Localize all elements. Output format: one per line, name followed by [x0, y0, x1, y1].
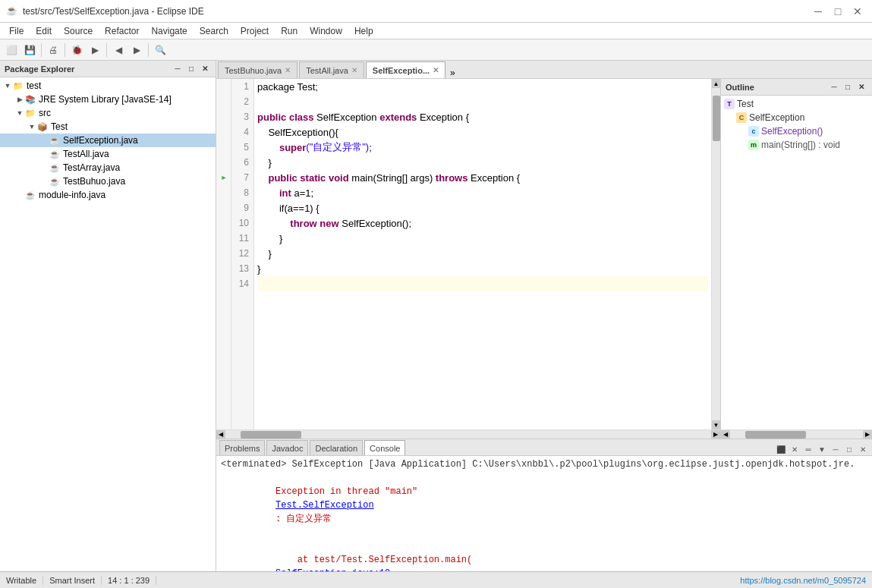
status-right-link[interactable]: https://blog.csdn.net/m0_5095724 — [740, 576, 872, 585]
outline-item[interactable]: mmain(String[]) : void — [721, 138, 872, 152]
console-error-prefix: Exception in thread "main" — [275, 486, 423, 497]
code-token — [257, 218, 290, 229]
editor-hscroll[interactable]: ◀ ▶ — [216, 429, 720, 439]
tab-close-icon[interactable]: ✕ — [285, 66, 291, 74]
bottom-tab-console[interactable]: Console — [364, 440, 405, 455]
tree-item[interactable]: ☕TestBuhuo.java — [0, 175, 216, 188]
tree-item[interactable]: ▼📁test — [0, 79, 216, 93]
tree-item[interactable]: ☕SelfException.java — [0, 134, 216, 147]
hscroll-track[interactable] — [225, 430, 711, 439]
outline-close[interactable]: ✕ — [855, 81, 867, 93]
gutter-icon — [216, 155, 231, 170]
tree-item[interactable]: ☕TestAll.java — [0, 147, 216, 161]
hscroll-left[interactable]: ◀ — [216, 430, 225, 439]
tree-file-icon: 📦 — [36, 121, 49, 133]
editor-tab[interactable]: SelfExceptio...✕ — [366, 61, 445, 78]
vscroll-up[interactable]: ▲ — [712, 79, 721, 88]
save-button[interactable]: 💾 — [21, 42, 38, 58]
menu-help[interactable]: Help — [348, 24, 379, 38]
gutter-icon — [216, 215, 231, 231]
console-content: <terminated> SelfException [Java Applica… — [216, 456, 872, 571]
vscroll-thumb[interactable] — [713, 96, 720, 141]
forward-button[interactable]: ▶ — [128, 42, 145, 58]
new-button[interactable]: ⬜ — [3, 42, 20, 58]
menu-window[interactable]: Window — [304, 24, 348, 38]
code-token: SelfException(){ — [257, 127, 338, 138]
tree-file-icon: 📚 — [24, 93, 36, 105]
code-token — [257, 142, 279, 153]
minimize-button[interactable]: ─ — [810, 3, 826, 20]
code-token: extends — [379, 112, 417, 123]
status-insert-mode: Smart Insert — [43, 576, 102, 585]
outline-item[interactable]: cSelfException() — [721, 124, 872, 138]
code-line — [257, 276, 708, 291]
print-button[interactable]: 🖨 — [45, 42, 61, 58]
menu-refactor[interactable]: Refactor — [99, 24, 145, 38]
menu-search[interactable]: Search — [194, 24, 235, 38]
vscroll-down[interactable]: ▼ — [712, 420, 721, 429]
outline-hscroll-left[interactable]: ◀ — [721, 430, 730, 439]
maximize-button[interactable]: □ — [830, 3, 846, 20]
back-button[interactable]: ◀ — [110, 42, 127, 58]
menu-project[interactable]: Project — [235, 24, 275, 38]
run-button[interactable]: ▶ — [87, 42, 103, 58]
console-ctrl-btn[interactable]: ═ — [802, 443, 814, 455]
outline-item-icon: T — [724, 99, 735, 109]
outline-panel: Outline ─ □ ✕ TTestCSelfExceptioncSelfEx… — [720, 79, 872, 439]
vscroll-track[interactable] — [712, 88, 721, 420]
tree-item[interactable]: ▼📁src — [0, 106, 216, 120]
editor-vscroll[interactable]: ▲ ▼ — [711, 79, 720, 429]
line-number: 7 — [231, 170, 253, 185]
menu-edit[interactable]: Edit — [30, 24, 58, 38]
tree-item[interactable]: ▼📦Test — [0, 120, 216, 134]
menu-navigate[interactable]: Navigate — [145, 24, 193, 38]
outline-item-icon: C — [736, 112, 747, 123]
outline-item[interactable]: TTest — [721, 97, 872, 111]
code-token: public — [257, 172, 297, 184]
console-link-location[interactable]: SelfException.java:10 — [275, 568, 390, 571]
outline-hscroll-thumb[interactable] — [745, 431, 806, 439]
code-content[interactable]: package Test;public class SelfException … — [254, 79, 711, 429]
hscroll-right[interactable]: ▶ — [711, 430, 720, 439]
outline-hscroll[interactable]: ◀ ▶ — [721, 429, 872, 439]
gutter-icon: ► — [216, 170, 231, 185]
close-button[interactable]: ✕ — [849, 3, 866, 20]
console-link-exception[interactable]: Test.SelfException — [275, 500, 374, 511]
console-ctrl-btn[interactable]: ✕ — [789, 443, 801, 455]
outline-item[interactable]: CSelfException — [721, 111, 872, 124]
outline-maximize[interactable]: □ — [842, 81, 854, 93]
search-button[interactable]: 🔍 — [152, 42, 168, 58]
line-number: 1 — [231, 79, 253, 94]
tab-overflow-button[interactable]: » — [447, 68, 458, 78]
bottom-tab-problems[interactable]: Problems — [219, 440, 265, 455]
code-token: public — [257, 112, 286, 123]
tree-item[interactable]: ☕module-info.java — [0, 188, 216, 202]
menu-bar: FileEditSourceRefactorNavigateSearchProj… — [0, 23, 872, 39]
console-ctrl-btn[interactable]: □ — [843, 443, 855, 455]
console-ctrl-btn[interactable]: ⬛ — [775, 443, 787, 455]
code-token: package Test; — [257, 81, 318, 93]
code-token: Exception { — [417, 112, 469, 123]
debug-button[interactable]: 🐞 — [68, 42, 85, 58]
tab-close-icon[interactable]: ✕ — [433, 66, 439, 74]
console-ctrl-btn[interactable]: ▼ — [816, 443, 828, 455]
outline-hscroll-track[interactable] — [730, 430, 863, 439]
editor-tab[interactable]: TestAll.java✕ — [299, 61, 364, 78]
hscroll-thumb[interactable] — [241, 431, 301, 439]
outline-hscroll-right[interactable]: ▶ — [863, 430, 872, 439]
menu-file[interactable]: File — [3, 24, 30, 38]
close-panel-button[interactable]: ✕ — [199, 63, 211, 75]
tree-item[interactable]: ▶📚JRE System Library [JavaSE-14] — [0, 93, 216, 106]
menu-run[interactable]: Run — [275, 24, 304, 38]
outline-minimize[interactable]: ─ — [828, 81, 840, 93]
tree-item[interactable]: ☕TestArray.java — [0, 161, 216, 175]
maximize-panel-button[interactable]: □ — [185, 63, 197, 75]
minimize-panel-button[interactable]: ─ — [172, 63, 184, 75]
bottom-tab-declaration[interactable]: Declaration — [310, 440, 363, 455]
tab-close-icon[interactable]: ✕ — [351, 66, 357, 74]
editor-tab[interactable]: TestBuhuo.java✕ — [218, 61, 297, 78]
menu-source[interactable]: Source — [58, 24, 99, 38]
console-ctrl-btn[interactable]: ✕ — [857, 443, 869, 455]
bottom-tab-javadoc[interactable]: Javadoc — [266, 440, 308, 455]
console-ctrl-btn[interactable]: ─ — [830, 443, 842, 455]
